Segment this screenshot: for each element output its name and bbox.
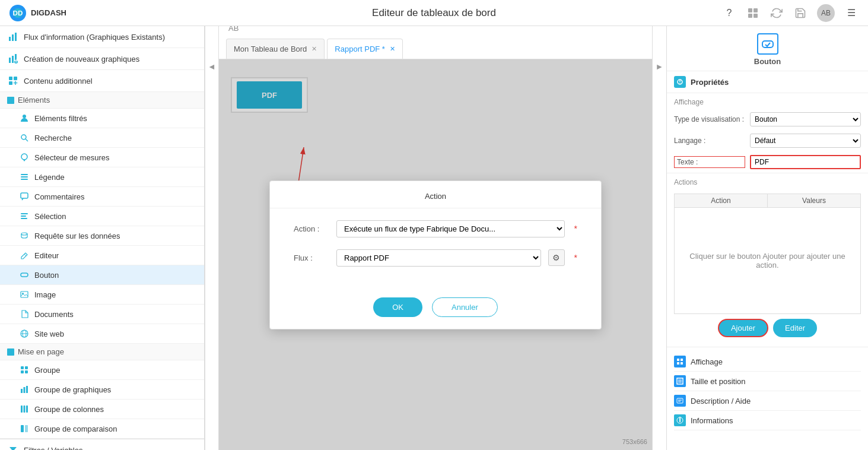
sidebar-item-commentaires[interactable]: Commentaires bbox=[0, 187, 204, 207]
modal-flux-label: Flux : bbox=[294, 253, 329, 262]
tab-rapport[interactable]: Rapport PDF * ✕ bbox=[327, 39, 403, 59]
sidebar-item-editeur[interactable]: Editeur bbox=[0, 246, 204, 265]
gear-button[interactable]: ⚙ bbox=[548, 249, 565, 266]
svg-rect-24 bbox=[21, 176, 28, 178]
sidebar-item-elements-filtres[interactable]: Eléments filtrés bbox=[0, 109, 204, 128]
search-icon bbox=[19, 132, 30, 143]
langage-select[interactable]: Défaut bbox=[750, 134, 861, 148]
svg-rect-62 bbox=[677, 362, 679, 365]
affichage-bottom-link[interactable]: Affichage bbox=[674, 352, 861, 372]
help-icon[interactable]: ? bbox=[722, 6, 736, 20]
editer-button[interactable]: Editer bbox=[773, 319, 817, 337]
sidebar-label-site-web: Site web bbox=[34, 329, 64, 338]
actions-section: Actions Action Valeurs Cliquer sur le bo… bbox=[667, 173, 868, 347]
content-area: AB Mon Tableau de Bord ✕ Rapport PDF * ✕ bbox=[219, 26, 652, 450]
list-icon bbox=[19, 172, 30, 182]
svg-rect-39 bbox=[21, 366, 24, 369]
tab-tableau[interactable]: Mon Tableau de Bord ✕ bbox=[226, 39, 325, 59]
save-icon[interactable] bbox=[793, 6, 807, 20]
modal-body: Action : Exécute un flux de type Fabriqu… bbox=[270, 208, 601, 290]
svg-rect-16 bbox=[9, 81, 12, 85]
button-icon bbox=[19, 270, 30, 280]
sidebar-item-contenu[interactable]: + Contenu additionnel bbox=[0, 70, 204, 92]
svg-rect-5 bbox=[753, 14, 758, 18]
comment-icon bbox=[19, 191, 30, 202]
texte-label: Texte : bbox=[674, 156, 745, 168]
actions-section-title: Actions bbox=[667, 173, 868, 189]
sidebar-toggle[interactable]: ◄ bbox=[205, 26, 219, 450]
sidebar-item-flux[interactable]: Flux d'information (Graphiques Existants… bbox=[0, 26, 204, 48]
sidebar-item-groupe-colonnes[interactable]: Groupe de colonnes bbox=[0, 400, 204, 419]
logo: DD DIGDASH bbox=[9, 5, 66, 21]
sidebar-item-image[interactable]: Image bbox=[0, 285, 204, 305]
informations-link[interactable]: i Informations bbox=[674, 411, 861, 430]
grid-icon[interactable] bbox=[746, 6, 760, 20]
svg-rect-29 bbox=[21, 218, 27, 219]
modal-flux-row: Flux : Rapport PDF ⚙ * bbox=[294, 249, 577, 267]
svg-rect-65 bbox=[678, 379, 682, 383]
tab-rapport-label: Rapport PDF * bbox=[335, 45, 385, 53]
svg-text:+: + bbox=[13, 78, 18, 86]
sidebar-item-groupe-comparaison[interactable]: Groupe de comparaison bbox=[0, 419, 204, 439]
svg-rect-2 bbox=[748, 8, 752, 12]
sidebar-label-groupe-graphiques: Groupe de graphiques bbox=[34, 385, 111, 394]
actions-table-body: Cliquer sur le bouton Ajouter pour ajout… bbox=[674, 207, 861, 314]
sidebar-item-groupe-graphiques[interactable]: Groupe de graphiques bbox=[0, 380, 204, 400]
description-aide-link[interactable]: Description / Aide bbox=[674, 391, 861, 411]
svg-text:DD: DD bbox=[13, 8, 23, 16]
svg-rect-61 bbox=[681, 359, 683, 361]
list-check-icon bbox=[19, 211, 30, 221]
modal-overlay: Action Action : Exécute un flux de type … bbox=[219, 59, 652, 450]
svg-rect-7 bbox=[12, 34, 14, 41]
modal-cancel-button[interactable]: Annuler bbox=[432, 297, 498, 317]
taille-position-link[interactable]: Taille et position bbox=[674, 372, 861, 391]
user-avatar[interactable]: AB bbox=[817, 4, 835, 22]
modal-action-label: Action : bbox=[294, 224, 329, 233]
langage-row: Langage : Défaut bbox=[667, 130, 868, 151]
actions-empty-text: Cliquer sur le bouton Ajouter pour ajout… bbox=[679, 252, 856, 270]
svg-rect-14 bbox=[9, 77, 12, 80]
main-layout: Flux d'information (Graphiques Existants… bbox=[0, 26, 868, 450]
sidebar-item-site-web[interactable]: Site web bbox=[0, 324, 204, 344]
sidebar-item-groupe[interactable]: Groupe bbox=[0, 360, 204, 380]
actions-table-header: Action Valeurs bbox=[674, 194, 861, 207]
right-toggle[interactable]: ► bbox=[652, 26, 666, 450]
refresh-icon[interactable] bbox=[770, 6, 784, 20]
type-visualisation-select[interactable]: Bouton bbox=[750, 112, 861, 126]
topbar: DD DIGDASH Editeur de tableaux de bord ?… bbox=[0, 0, 868, 26]
svg-line-31 bbox=[24, 254, 26, 256]
group-col-icon bbox=[19, 404, 30, 414]
texte-row: Texte : bbox=[667, 151, 868, 173]
taille-position-icon bbox=[674, 375, 686, 387]
sidebar-item-requete[interactable]: Requête sur les données bbox=[0, 226, 204, 246]
affichage-section-title: Affichage bbox=[667, 93, 868, 109]
sidebar-item-recherche[interactable]: Recherche bbox=[0, 128, 204, 148]
action-modal: Action Action : Exécute un flux de type … bbox=[269, 180, 602, 329]
sidebar-item-creation[interactable]: + Création de nouveaux graphiques bbox=[0, 48, 204, 70]
affichage-link-icon bbox=[674, 356, 686, 367]
image-icon bbox=[19, 289, 30, 300]
ajouter-button[interactable]: Ajouter bbox=[718, 319, 768, 337]
texte-input[interactable] bbox=[750, 155, 861, 169]
modal-action-select[interactable]: Exécute un flux de type Fabrique De Docu… bbox=[336, 220, 565, 237]
svg-rect-46 bbox=[21, 405, 23, 413]
svg-point-30 bbox=[21, 233, 27, 235]
tab-bar: AB Mon Tableau de Bord ✕ Rapport PDF * ✕ bbox=[219, 26, 652, 59]
sidebar-item-documents[interactable]: Documents bbox=[0, 305, 204, 324]
informations-icon: i bbox=[674, 414, 686, 426]
sidebar-item-filtres[interactable]: Filtres / Variables bbox=[0, 439, 204, 450]
modal-footer: OK Annuler bbox=[270, 290, 601, 329]
modal-flux-select[interactable]: Rapport PDF bbox=[336, 249, 541, 267]
sidebar-item-bouton[interactable]: Bouton bbox=[0, 265, 204, 285]
proprietes-label: Propriétés bbox=[691, 78, 729, 87]
right-panel-title: Bouton bbox=[754, 57, 781, 66]
sidebar-label-requete: Requête sur les données bbox=[34, 232, 120, 240]
sidebar-item-selecteur[interactable]: Sélecteur de mesures bbox=[0, 148, 204, 167]
modal-ok-button[interactable]: OK bbox=[373, 297, 422, 317]
tab-tableau-close[interactable]: ✕ bbox=[311, 45, 317, 53]
sidebar-item-selection[interactable]: Sélection bbox=[0, 207, 204, 226]
sidebar-item-legende[interactable]: Légende bbox=[0, 167, 204, 187]
menu-icon[interactable]: ☰ bbox=[844, 6, 859, 20]
bubble-icon bbox=[19, 152, 30, 163]
tab-rapport-close[interactable]: ✕ bbox=[390, 45, 395, 53]
